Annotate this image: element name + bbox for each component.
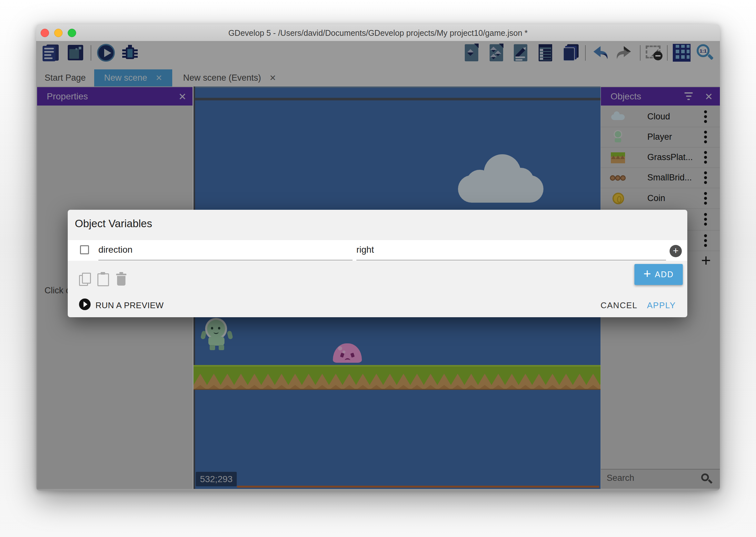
- instances-list-icon[interactable]: [536, 44, 555, 62]
- tab-label: New scene: [104, 73, 147, 83]
- paste-icon[interactable]: [97, 272, 108, 285]
- grass-platform-object-icon: [610, 150, 626, 165]
- small-bridge-object-icon: [610, 170, 626, 186]
- grass-platform-instance[interactable]: [194, 365, 601, 390]
- titlebar: GDevelop 5 - /Users/david/Documents/GDev…: [36, 24, 720, 41]
- toolbar-divider: [667, 45, 668, 61]
- kebab-menu-icon[interactable]: [703, 213, 707, 226]
- add-button-label: ADD: [655, 270, 674, 279]
- object-row-smallbridge[interactable]: SmallBrid...: [601, 168, 720, 188]
- tab-label: New scene (Events): [183, 73, 261, 83]
- player-object-icon: [610, 129, 626, 145]
- apply-button[interactable]: APPLY: [647, 301, 676, 310]
- coin-object-icon: [610, 191, 626, 206]
- close-tab-icon[interactable]: ✕: [155, 73, 162, 83]
- object-row-player[interactable]: Player: [601, 127, 720, 147]
- grid-icon[interactable]: [672, 44, 691, 62]
- kebab-menu-icon[interactable]: [703, 234, 707, 247]
- name-field-underline: [98, 260, 353, 261]
- tab-new-scene-events[interactable]: New scene (Events) ✕: [172, 69, 287, 87]
- variable-checkbox[interactable]: [80, 245, 89, 254]
- undo-icon[interactable]: [591, 44, 609, 62]
- search-input[interactable]: [606, 473, 698, 483]
- object-label: Coin: [647, 193, 665, 203]
- kebab-menu-icon[interactable]: [703, 110, 707, 123]
- panel-title: Objects: [611, 91, 641, 102]
- add-child-variable-button[interactable]: +: [669, 245, 682, 257]
- viewport-top-border: [194, 98, 601, 101]
- gdevelop-window: GDevelop 5 - /Users/david/Documents/GDev…: [36, 24, 720, 490]
- properties-panel-header: Properties ✕: [37, 87, 193, 105]
- copy-icon[interactable]: [79, 273, 90, 285]
- dialog-title: Object Variables: [75, 218, 152, 230]
- filter-icon[interactable]: [684, 92, 693, 101]
- desktop: GDevelop 5 - /Users/david/Documents/GDev…: [0, 0, 756, 537]
- plus-icon: +: [643, 267, 651, 281]
- close-panel-icon[interactable]: ✕: [178, 91, 186, 102]
- tab-new-scene[interactable]: New scene ✕: [94, 69, 172, 87]
- object-row-cloud[interactable]: Cloud: [601, 106, 720, 127]
- tab-label: Start Page: [45, 73, 86, 83]
- preview-icon[interactable]: [97, 44, 115, 62]
- object-groups-editor-icon[interactable]: [487, 44, 506, 62]
- lower-platform-edge: [237, 486, 599, 488]
- layers-editor-icon[interactable]: [562, 44, 580, 62]
- run-preview-icon[interactable]: [79, 299, 91, 310]
- scene-properties-icon[interactable]: [511, 44, 530, 62]
- objects-panel-header: Objects ✕: [601, 87, 720, 105]
- object-variables-dialog: Object Variables direction right + + ADD: [68, 210, 687, 317]
- zoom-1-1-icon[interactable]: 1:1: [696, 44, 714, 62]
- object-label: SmallBrid...: [647, 173, 692, 183]
- run-preview-button[interactable]: RUN A PREVIEW: [95, 301, 164, 310]
- trash-icon[interactable]: [116, 272, 127, 286]
- redo-icon[interactable]: [615, 44, 633, 62]
- panel-title: Properties: [47, 91, 88, 102]
- kebab-menu-icon[interactable]: [703, 151, 707, 164]
- player-instance[interactable]: [197, 318, 236, 350]
- close-panel-icon[interactable]: ✕: [705, 91, 713, 102]
- close-tab-icon[interactable]: ✕: [269, 73, 276, 83]
- object-row-grassplatform[interactable]: GrassPlat...: [601, 147, 720, 168]
- value-field-underline: [357, 260, 666, 261]
- cloud-instance[interactable]: [458, 154, 544, 203]
- cancel-button[interactable]: CANCEL: [601, 301, 637, 310]
- add-variable-button[interactable]: + ADD: [634, 264, 683, 285]
- debugger-icon[interactable]: [121, 44, 139, 62]
- add-object-button[interactable]: +: [696, 251, 716, 271]
- canvas-top-strip: [194, 87, 601, 88]
- kebab-menu-icon[interactable]: [703, 171, 707, 184]
- toolbar: 1:1: [36, 41, 720, 69]
- object-label: Player: [647, 132, 672, 142]
- objects-search-box: [601, 469, 720, 488]
- toolbar-divider: [585, 45, 586, 61]
- search-icon: [701, 474, 709, 481]
- tab-start-page[interactable]: Start Page: [36, 69, 94, 87]
- tab-bar: Start Page New scene ✕ New scene (Events…: [36, 69, 720, 87]
- toolbar-divider: [640, 45, 641, 61]
- objects-editor-icon[interactable]: [463, 44, 481, 62]
- slime-enemy-instance[interactable]: [333, 343, 362, 363]
- variable-name-field[interactable]: direction: [98, 245, 132, 255]
- object-label: Cloud: [647, 112, 670, 122]
- object-row-coin[interactable]: Coin: [601, 188, 720, 209]
- object-label: GrassPlat...: [647, 152, 693, 162]
- window-title: GDevelop 5 - /Users/david/Documents/GDev…: [36, 28, 720, 38]
- cloud-object-icon: [610, 109, 626, 125]
- kebab-menu-icon[interactable]: [703, 131, 707, 144]
- zoom-ratio-label: 1:1: [699, 48, 707, 54]
- kebab-menu-icon[interactable]: [703, 192, 707, 205]
- properties-hint: Click o: [45, 286, 71, 296]
- start-page-icon[interactable]: [66, 44, 85, 62]
- cursor-coordinates-badge: 532;293: [196, 472, 237, 486]
- variable-value-field[interactable]: right: [357, 245, 374, 255]
- window-mask-icon[interactable]: [645, 44, 663, 62]
- project-manager-icon[interactable]: [42, 44, 60, 62]
- toolbar-divider: [91, 45, 91, 61]
- variable-row: direction right: [68, 240, 687, 261]
